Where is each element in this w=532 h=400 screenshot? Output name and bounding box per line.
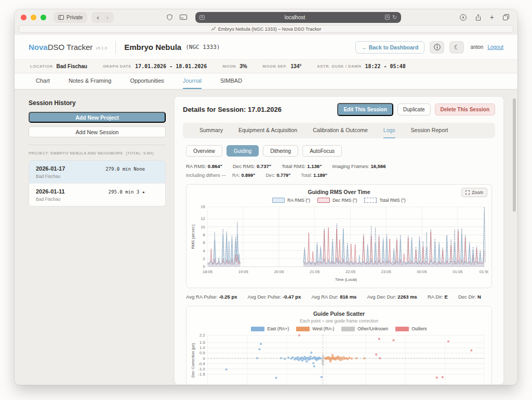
autofill-card-icon[interactable] xyxy=(180,15,187,20)
info-graph-date: GRAPH DATE 17.01.2026 - 18.01.2026 xyxy=(103,63,207,69)
window-controls xyxy=(21,15,46,20)
reader-icon[interactable] xyxy=(200,15,205,20)
scatter-chart-subtitle: Each point = one guide frame correction xyxy=(190,318,488,324)
svg-text:2: 2 xyxy=(203,256,205,261)
minimize-window-button[interactable] xyxy=(31,15,36,20)
tab-overview-icon[interactable] xyxy=(503,13,509,21)
detail-title: Details for Session: 17.01.2026 xyxy=(183,106,333,113)
privacy-shield-icon[interactable] xyxy=(167,14,172,20)
session-stats: 279.0 min None xyxy=(105,166,145,172)
log-tab-guiding[interactable]: Guiding xyxy=(227,145,259,157)
object-catalog-id: (NGC 1333) xyxy=(185,44,220,50)
forward-icon[interactable]: › xyxy=(106,14,108,21)
browser-tab[interactable]: Embryo Nebula (NGC 1333) – Nova DSO Trac… xyxy=(19,25,513,33)
sidebar-title: Session History xyxy=(29,99,166,107)
divider xyxy=(115,41,116,54)
private-badge[interactable]: Private xyxy=(54,12,87,23)
scatter-chart-title: Guide Pulse Scatter xyxy=(190,311,488,317)
log-subtabs: Overview Guiding Dithering AutoFocus xyxy=(186,145,492,157)
duplicate-session-button[interactable]: Duplicate xyxy=(397,104,431,115)
svg-text:22:05: 22:05 xyxy=(345,269,355,274)
info-moon-separation: MOON SEP. 134° xyxy=(263,63,302,69)
add-new-session-button[interactable]: Add New Session xyxy=(29,126,166,137)
tab-equipment-acquisition[interactable]: Equipment & Acquisition xyxy=(238,123,297,138)
tab-session-report[interactable]: Session Report xyxy=(411,123,448,138)
add-new-project-button[interactable]: Add New Project xyxy=(29,112,166,123)
tab-logs[interactable]: Logs xyxy=(383,123,395,138)
svg-text:12: 12 xyxy=(201,216,205,221)
log-tab-autofocus[interactable]: AutoFocus xyxy=(302,145,342,157)
total-rms-swatch xyxy=(364,198,377,203)
tab-notes-framing[interactable]: Notes & Framing xyxy=(69,73,112,89)
reload-icon[interactable]: ↻ xyxy=(392,14,397,21)
session-list: 2026-01-17 279.0 min None Bad Fischau 20… xyxy=(29,160,166,207)
fullscreen-icon xyxy=(466,190,470,195)
tab-opportunities[interactable]: Opportunities xyxy=(130,73,164,89)
project-total: (TOTAL: 9.6H) xyxy=(126,151,154,156)
main-tabs: Chart Notes & Framing Opportunities Jour… xyxy=(15,73,517,89)
session-stats: 295.0 min 3 ★ xyxy=(109,189,145,195)
tab-calibration-outcome[interactable]: Calibration & Outcome xyxy=(313,123,368,138)
session-item-2026-01-11[interactable]: 2026-01-11 295.0 min 3 ★ Bad Fischau xyxy=(29,184,165,206)
tab-journal[interactable]: Journal xyxy=(183,73,202,89)
log-tab-dithering[interactable]: Dithering xyxy=(263,145,298,157)
back-icon[interactable]: ‹ xyxy=(97,14,99,21)
svg-text:0: 0 xyxy=(203,356,205,361)
svg-text:01:50: 01:50 xyxy=(480,269,488,274)
translate-icon[interactable]: A xyxy=(385,15,390,20)
app-header: Nova DSO Tracker v5.1.0 Embryo Nebula (N… xyxy=(15,35,517,59)
edit-session-button[interactable]: Edit This Session xyxy=(337,103,393,116)
session-date: 2026-01-11 xyxy=(36,188,65,195)
url-text: localhost xyxy=(205,15,384,20)
scatter-chart-legend: East (RA+) West (RA-) Other/Unknown Outl… xyxy=(190,326,488,331)
info-button[interactable] xyxy=(430,41,444,54)
svg-text:18:05: 18:05 xyxy=(203,269,212,274)
rms-chart-title: Guiding RMS Over Time xyxy=(190,189,488,195)
delete-session-button[interactable]: Delete This Session xyxy=(435,104,495,115)
pulse-stats-line: Avg RA Pulse: -0.25 px Avg Dec Pulse: -0… xyxy=(186,294,492,300)
logout-link[interactable]: Logout xyxy=(487,44,503,50)
rms-chart-legend: RA RMS (") Dec RMS (") Total RMS (") xyxy=(190,198,488,203)
tab-summary[interactable]: Summary xyxy=(200,123,223,138)
svg-text:RMS (arcsec): RMS (arcsec) xyxy=(191,224,195,249)
logs-section: Overview Guiding Dithering AutoFocus RA … xyxy=(183,138,495,385)
session-location: Bad Fischau xyxy=(36,174,158,179)
new-tab-icon[interactable]: + xyxy=(490,13,494,21)
object-name: Embryo Nebula xyxy=(124,43,181,51)
zoom-window-button[interactable] xyxy=(41,15,46,20)
log-tab-overview[interactable]: Overview xyxy=(186,145,222,157)
dark-mode-toggle[interactable]: ☾ xyxy=(449,41,464,54)
svg-text:21:05: 21:05 xyxy=(310,269,320,274)
project-caption: PROJECT: EMBRYO NEBULA AND NEIGHBORS (TO… xyxy=(29,145,166,156)
app-version: v5.1.0 xyxy=(96,46,107,50)
svg-text:6: 6 xyxy=(203,240,205,245)
guide-pulse-scatter-chart[interactable]: 2.21.51.00.50-0.5-1.0-1.5Dec Correction … xyxy=(190,331,488,385)
nav-buttons: ‹ › xyxy=(91,12,114,23)
detail-header: Details for Session: 17.01.2026 Edit Thi… xyxy=(183,103,495,116)
sidebar-icon xyxy=(58,15,64,20)
svg-text:Dec Correction (px): Dec Correction (px) xyxy=(191,343,195,378)
info-icon xyxy=(434,44,441,50)
page-scrollbar[interactable] xyxy=(513,98,516,212)
info-moon: MOON 3% xyxy=(222,63,247,69)
info-bar: LOCATION Bad Fischau GRAPH DATE 17.01.20… xyxy=(15,59,517,73)
dec-rms-swatch xyxy=(317,198,330,203)
rms-over-time-chart[interactable]: 0246810121518:0519:0520:0521:0522:0523:0… xyxy=(190,203,488,287)
address-bar[interactable]: localhost A ↻ xyxy=(195,12,401,23)
journal-body: Session History Add New Project Add New … xyxy=(15,89,517,385)
chart-zoom-button[interactable]: Zoom xyxy=(461,188,487,197)
tab-simbad[interactable]: SIMBAD xyxy=(220,73,242,89)
svg-text:Time (Local): Time (Local) xyxy=(335,277,357,282)
svg-text:20:05: 20:05 xyxy=(274,269,284,274)
svg-text:2.2: 2.2 xyxy=(200,333,205,338)
share-icon[interactable] xyxy=(475,13,481,21)
close-window-button[interactable] xyxy=(21,15,26,20)
svg-text:23:05: 23:05 xyxy=(381,269,391,274)
tab-chart[interactable]: Chart xyxy=(36,73,50,89)
tab-strip: Embryo Nebula (NGC 1333) – Nova DSO Trac… xyxy=(15,25,517,35)
session-item-2026-01-17[interactable]: 2026-01-17 279.0 min None Bad Fischau xyxy=(29,161,165,184)
session-history-sidebar: Session History Add New Project Add New … xyxy=(29,96,166,385)
svg-text:4: 4 xyxy=(203,249,205,253)
back-to-dashboard-button[interactable]: ← Back to Dashboard xyxy=(355,41,424,54)
downloads-icon[interactable] xyxy=(460,13,467,21)
